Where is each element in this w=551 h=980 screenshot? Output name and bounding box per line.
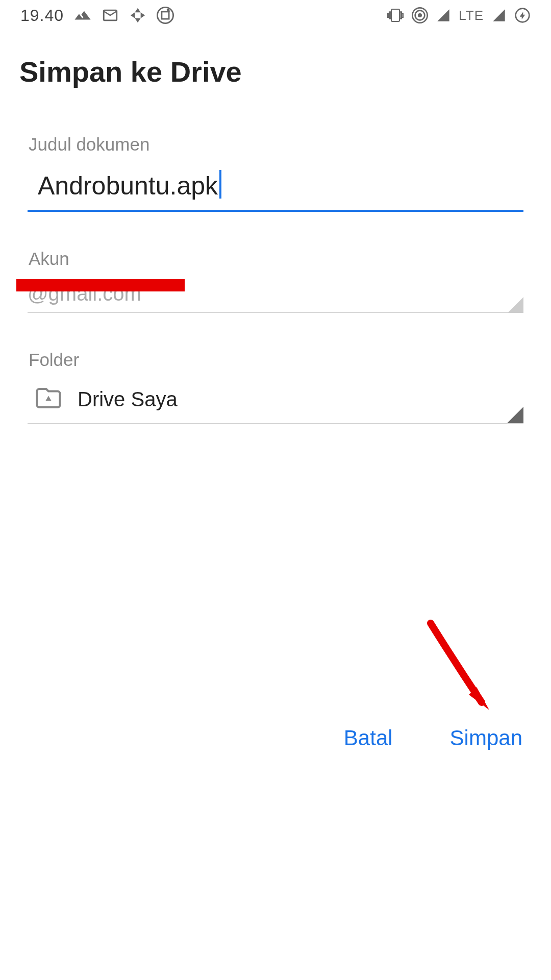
folder-value: Drive Saya [78,388,178,411]
network-type-label: LTE [459,8,484,23]
annotation-arrow-icon [420,618,507,722]
svg-rect-1 [162,12,169,19]
dropdown-indicator-icon [507,407,523,423]
status-time: 19.40 [20,6,64,25]
account-label: Akun [29,249,523,269]
hotspot-icon [412,7,428,23]
account-selector[interactable]: ​​​​​​​​​​​​​@gmail.com [28,282,523,313]
signal-icon-2 [492,8,506,22]
document-title-field: Judul dokumen [28,134,523,212]
page-title: Simpan ke Drive [0,31,551,88]
signal-icon-1 [436,8,450,22]
status-bar: 19.40 LTE [0,0,551,31]
account-field: Akun ​​​​​​​​​​​​​@gmail.com [28,249,523,313]
svg-point-0 [157,7,173,23]
photos-icon [129,7,146,24]
battery-saver-icon [514,7,531,23]
app-icon [157,7,174,24]
text-caret [219,170,221,199]
cancel-button[interactable]: Batal [336,721,401,755]
dropdown-indicator-icon [508,297,523,312]
redaction-bar [16,279,185,291]
status-right-group: LTE [387,7,531,23]
svg-point-2 [418,13,422,17]
folder-label: Folder [29,350,523,370]
form-area: Judul dokumen Akun ​​​​​​​​​​​​​@gmail.c… [0,88,551,424]
dialog-action-buttons: Batal Simpan [336,721,531,755]
mail-icon [102,7,119,24]
doc-title-input[interactable] [28,168,523,204]
drive-folder-icon [35,384,62,414]
folder-selector[interactable]: Drive Saya [28,384,523,424]
doc-title-input-wrap[interactable] [28,168,523,212]
save-button[interactable]: Simpan [442,721,531,755]
vibrate-icon [387,7,404,23]
folder-field: Folder Drive Saya [28,350,523,424]
status-left-group: 19.40 [20,6,174,25]
mountains-icon [74,7,91,24]
doc-title-label: Judul dokumen [29,134,523,155]
